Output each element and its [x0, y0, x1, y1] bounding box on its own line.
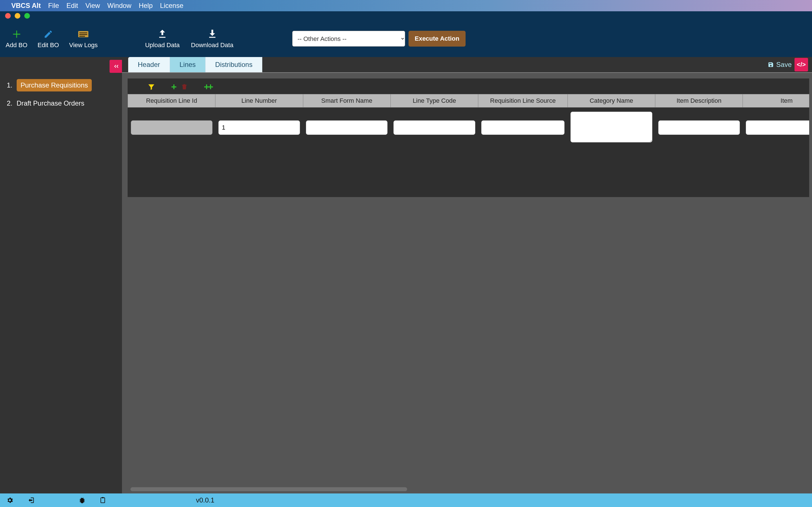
other-actions-select[interactable]: -- Other Actions -- [292, 31, 405, 47]
cell-requisition-line-source[interactable] [481, 120, 565, 135]
add-row-button[interactable]: + [171, 81, 177, 92]
pencil-icon [44, 29, 53, 40]
menubar-app-name[interactable]: VBCS Alt [11, 2, 41, 10]
version-label: v0.0.1 [196, 496, 214, 504]
save-label: Save [776, 61, 792, 69]
col-line-type-code[interactable]: Line Type Code [391, 94, 478, 108]
table-row [128, 108, 809, 148]
cell-item-description[interactable] [658, 120, 740, 135]
view-logs-label: View Logs [69, 42, 98, 49]
download-data-label: Download Data [191, 42, 233, 49]
svg-rect-4 [101, 498, 105, 503]
cell-line-type-code[interactable] [393, 120, 475, 135]
svg-rect-5 [102, 497, 104, 498]
clipboard-icon[interactable] [99, 497, 106, 504]
save-button[interactable]: Save [768, 61, 792, 69]
sidebar-item-draft-purchase-orders[interactable]: 2. Draft Purchase Orders [7, 99, 115, 107]
menu-license[interactable]: License [160, 2, 183, 10]
execute-action-button[interactable]: Execute Action [409, 31, 466, 47]
window-close-icon[interactable] [5, 13, 11, 19]
download-icon [207, 29, 218, 40]
svg-rect-3 [79, 36, 85, 37]
filter-icon[interactable] [148, 83, 155, 91]
grid-container: + ++ Requisition Line Id Line Number Sma… [128, 78, 809, 197]
add-multiple-rows-button[interactable]: ++ [204, 81, 212, 92]
window-minimize-icon[interactable] [15, 13, 20, 19]
bug-icon[interactable] [78, 497, 86, 504]
col-requisition-line-id[interactable]: Requisition Line Id [128, 94, 216, 108]
status-bar: v0.0.1 [0, 494, 812, 507]
menu-view[interactable]: View [85, 2, 100, 10]
sidebar-item-label: Purchase Requisitions [17, 79, 92, 92]
grid-header-row: Requisition Line Id Line Number Smart Fo… [128, 94, 809, 108]
col-requisition-line-source[interactable]: Requisition Line Source [478, 94, 568, 108]
cell-item[interactable] [746, 120, 809, 135]
col-item[interactable]: Item [743, 94, 809, 108]
cell-line-number[interactable] [218, 120, 300, 135]
code-toggle-button[interactable]: </> [795, 58, 808, 71]
sidebar-item-purchase-requisitions[interactable]: 1. Purchase Requisitions [7, 79, 115, 92]
save-icon [768, 62, 774, 68]
workarea: + ++ Requisition Line Id Line Number Sma… [122, 73, 812, 494]
tab-lines[interactable]: Lines [170, 57, 206, 72]
horizontal-scrollbar[interactable] [130, 487, 407, 491]
cell-category-name[interactable] [570, 112, 652, 143]
sidebar-item-label: Draft Purchase Orders [17, 99, 84, 107]
download-data-button[interactable]: Download Data [191, 29, 233, 49]
main-area: 1. Purchase Requisitions 2. Draft Purcha… [0, 57, 812, 494]
col-line-number[interactable]: Line Number [216, 94, 303, 108]
upload-icon [157, 29, 168, 40]
mac-menubar: VBCS Alt File Edit View Window Help Lice… [0, 0, 812, 11]
edit-bo-label: Edit BO [38, 42, 59, 49]
logout-icon[interactable] [27, 497, 35, 504]
app-toolbar: Add BO Edit BO View Logs Upload Data [0, 20, 812, 57]
upload-data-button[interactable]: Upload Data [145, 29, 180, 49]
sidebar-collapse-button[interactable] [110, 60, 122, 73]
menu-edit[interactable]: Edit [66, 2, 78, 10]
tab-bar: Header Lines Distributions Save </> [122, 57, 812, 73]
add-bo-button[interactable]: Add BO [6, 29, 27, 49]
cell-requisition-line-id [131, 120, 213, 135]
col-category-name[interactable]: Category Name [568, 94, 655, 108]
lines-grid: Requisition Line Id Line Number Smart Fo… [128, 94, 809, 148]
svg-rect-2 [79, 34, 87, 35]
chevron-double-left-icon [112, 63, 120, 70]
window-zoom-icon[interactable] [24, 13, 30, 19]
delete-row-button[interactable] [181, 83, 188, 91]
sidebar: 1. Purchase Requisitions 2. Draft Purcha… [0, 57, 122, 494]
menu-help[interactable]: Help [138, 2, 153, 10]
col-item-description[interactable]: Item Description [655, 94, 743, 108]
col-smart-form-name[interactable]: Smart Form Name [303, 94, 391, 108]
window-titlebar [0, 11, 812, 20]
cell-smart-form-name[interactable] [306, 120, 388, 135]
edit-bo-button[interactable]: Edit BO [38, 29, 59, 49]
upload-data-label: Upload Data [145, 42, 180, 49]
add-bo-label: Add BO [6, 42, 27, 49]
svg-rect-1 [79, 33, 87, 33]
grid-toolbar: + ++ [128, 78, 809, 94]
menu-file[interactable]: File [48, 2, 59, 10]
content-area: Header Lines Distributions Save </> [122, 57, 812, 494]
tab-header[interactable]: Header [128, 57, 170, 72]
tab-distributions[interactable]: Distributions [206, 57, 262, 72]
plus-icon [12, 29, 21, 40]
settings-icon[interactable] [6, 497, 13, 504]
sidebar-item-number: 2. [7, 99, 12, 107]
view-logs-button[interactable]: View Logs [69, 29, 98, 49]
logs-icon [78, 29, 89, 40]
code-icon: </> [797, 61, 806, 68]
menu-window[interactable]: Window [107, 2, 131, 10]
sidebar-item-number: 1. [7, 81, 12, 89]
